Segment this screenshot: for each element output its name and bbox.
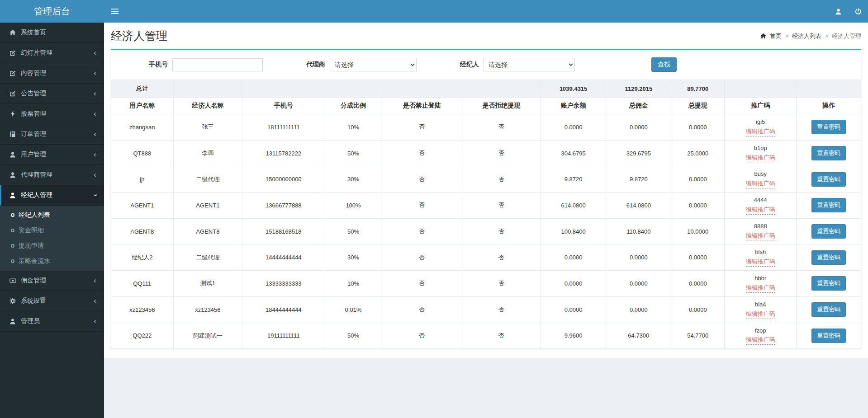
cell-balance: 0.0000 [541, 296, 606, 323]
circle-o-icon [11, 259, 14, 263]
cell-promo: hbbr 编辑推广码 [725, 271, 797, 297]
user-menu-button[interactable] [828, 0, 848, 23]
sidebar-item-label: 经纪人管理 [21, 191, 93, 199]
sidebar-item-label: 代理商管理 [21, 171, 93, 179]
table-row: zhangsan 张三 18111111111 10% 否 否 0.0000 0… [111, 114, 861, 141]
sidebar-subitem-broker-list[interactable]: 经纪人列表 [0, 207, 104, 223]
cell-promo: b1op 编辑推广码 [725, 140, 797, 166]
sidebar-item-label: 系统首页 [21, 28, 97, 37]
table-header-row: 用户名称 经济人名称 手机号 分成比例 是否禁止登陆 是否拒绝提现 账户余额 总… [111, 98, 861, 114]
logout-button[interactable] [848, 0, 868, 23]
totals-cell [382, 80, 462, 98]
sidebar-subitem-label: 资金明细 [19, 226, 44, 235]
app-logo[interactable]: 管理后台 [0, 0, 104, 23]
reset-password-button[interactable]: 重置密码 [811, 302, 846, 317]
agent-filter-select[interactable]: 请选择 [330, 58, 417, 71]
breadcrumb-list-link[interactable]: 经济人列表 [792, 32, 821, 40]
totals-cell [242, 80, 325, 98]
reset-password-button[interactable]: 重置密码 [811, 120, 846, 134]
totals-cell [325, 80, 382, 98]
sidebar-item-announcements[interactable]: 公告管理 ‹ [0, 84, 104, 104]
cell-broker-name: 李四 [173, 140, 242, 166]
sidebar-item-brokers[interactable]: 经纪人管理 ‹ [0, 185, 104, 206]
cell-login-forbidden: 否 [382, 323, 462, 349]
edit-promo-link[interactable]: 编辑推广码 [746, 154, 775, 163]
reset-password-button[interactable]: 重置密码 [811, 276, 846, 291]
cell-broker-name: 测试1 [173, 271, 242, 297]
sidebar-toggle-button[interactable] [104, 0, 126, 23]
cell-total-commission: 64.7300 [606, 323, 671, 349]
sidebar-item-label: 管理员 [21, 317, 93, 325]
breadcrumb-separator: > [825, 33, 828, 39]
sidebar-item-agents[interactable]: 代理商管理 ‹ [0, 165, 104, 185]
sidebar-item-users[interactable]: 用户管理 ‹ [0, 145, 104, 165]
cell-total-commission: 9.8720 [606, 166, 671, 193]
edit-promo-link[interactable]: 编辑推广码 [746, 258, 775, 267]
edit-promo-link[interactable]: 编辑推广码 [746, 206, 775, 215]
edit-promo-link[interactable]: 编辑推广码 [746, 127, 775, 136]
sidebar-item-label: 用户管理 [21, 150, 93, 159]
promo-code: b1op [727, 144, 793, 153]
reset-password-button[interactable]: 重置密码 [811, 198, 846, 212]
phone-filter-input[interactable] [172, 58, 263, 71]
sidebar-item-settings[interactable]: 系统设置 ‹ [0, 291, 104, 311]
cell-promo: hia4 编辑推广码 [725, 296, 797, 323]
breadcrumb-home-link[interactable]: 首页 [770, 32, 782, 40]
cell-phone: 18444444444 [242, 296, 325, 323]
chevron-left-icon: ‹ [93, 131, 97, 138]
reset-password-button[interactable]: 重置密码 [811, 224, 846, 239]
totals-cell [462, 80, 541, 98]
cell-broker-name: xz123456 [173, 296, 242, 323]
sidebar-subitem-fund-details[interactable]: 资金明细 [0, 223, 104, 238]
cell-total-withdraw: 54.7700 [671, 323, 725, 349]
broker-filter-group: 经纪人 请选择 [460, 58, 575, 71]
sidebar-item-stocks[interactable]: 股票管理 ‹ [0, 104, 104, 124]
promo-code: igi5 [727, 118, 793, 127]
column-header: 操作 [797, 98, 861, 114]
sidebar-item-commissions[interactable]: 佣金管理 ‹ [0, 271, 104, 291]
chevron-left-icon: ‹ [93, 171, 97, 178]
promo-code: hlsh [727, 248, 793, 257]
edit-promo-link[interactable]: 编辑推广码 [746, 232, 775, 241]
content-wrapper: 经济人管理 首页 > 经济人列表 > 经济人管理 手机号 代理商 [104, 0, 868, 418]
reset-password-button[interactable]: 重置密码 [811, 146, 846, 160]
cell-phone: 13666777888 [242, 193, 325, 219]
gear-icon [8, 298, 17, 304]
sidebar-item-content[interactable]: 内容管理 ‹ [0, 63, 104, 84]
reset-password-button[interactable]: 重置密码 [811, 172, 846, 187]
home-icon [760, 33, 766, 39]
sidebar-subitem-withdraw-requests[interactable]: 提现申请 [0, 238, 104, 254]
cell-balance: 100.8400 [541, 218, 606, 244]
phone-filter-group: 手机号 [149, 58, 263, 71]
promo-code: hia4 [727, 301, 793, 309]
edit-promo-link[interactable]: 编辑推广码 [746, 284, 775, 293]
cell-login-forbidden: 否 [382, 140, 462, 166]
sidebar-item-orders[interactable]: 订单管理 ‹ [0, 124, 104, 145]
sidebar-item-admins[interactable]: 管理员 ‹ [0, 311, 104, 332]
sidebar-item-home[interactable]: 系统首页 [0, 23, 104, 43]
reset-password-button[interactable]: 重置密码 [811, 250, 846, 265]
cell-login-forbidden: 否 [382, 271, 462, 297]
totals-cell [797, 80, 861, 98]
cell-total-commission: 614.0800 [606, 193, 671, 219]
totals-balance: 1039.4315 [541, 80, 606, 98]
cell-total-commission: 329.6795 [606, 140, 671, 166]
sidebar-subitem-strategy-flow[interactable]: 策略金流水 [0, 254, 104, 269]
edit-promo-link[interactable]: 编辑推广码 [746, 336, 775, 345]
breadcrumb: 首页 > 经济人列表 > 经济人管理 [760, 32, 861, 40]
cell-total-withdraw: 0.0000 [671, 244, 725, 271]
sidebar-item-slides[interactable]: 幻灯片管理 ‹ [0, 43, 104, 63]
sidebar-item-label: 内容管理 [21, 69, 93, 77]
column-header: 是否禁止登陆 [382, 98, 462, 114]
cell-withdraw-refused: 否 [462, 114, 541, 141]
broker-filter-select[interactable]: 请选择 [484, 58, 575, 71]
edit-promo-link[interactable]: 编辑推广码 [746, 310, 775, 319]
agent-filter-label: 代理商 [306, 61, 325, 69]
chevron-left-icon: ‹ [93, 151, 97, 158]
sidebar-item-label: 股票管理 [21, 110, 93, 118]
cell-withdraw-refused: 否 [462, 140, 541, 166]
edit-promo-link[interactable]: 编辑推广码 [746, 179, 775, 188]
search-button[interactable]: 查找 [651, 57, 677, 72]
cell-login-forbidden: 否 [382, 244, 462, 271]
reset-password-button[interactable]: 重置密码 [811, 329, 846, 343]
